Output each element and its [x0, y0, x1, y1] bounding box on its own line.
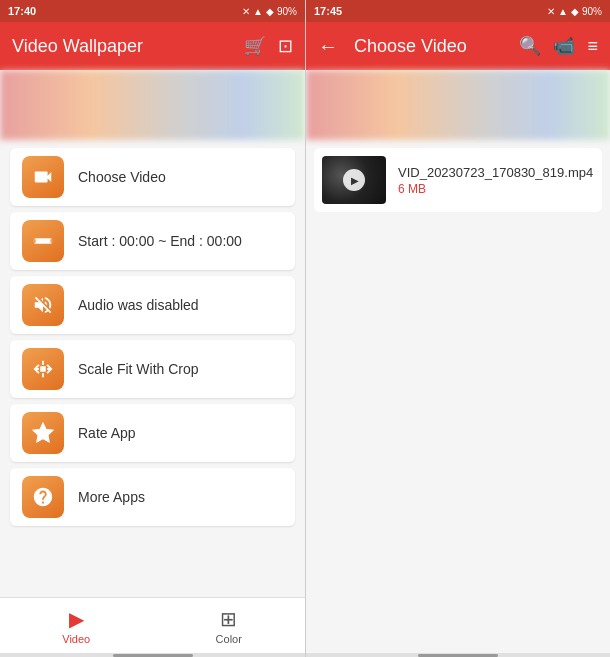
r-battery: 90%	[582, 6, 602, 17]
more-apps-icon-box	[22, 476, 64, 518]
battery-left: 90%	[277, 6, 297, 17]
r-wifi-icon: ▲	[558, 6, 568, 17]
svg-rect-0	[34, 238, 52, 244]
cart-icon[interactable]: 🛒	[244, 35, 266, 57]
left-status-bar: 17:40 ✕ ▲ ◆ 90%	[0, 0, 305, 22]
play-button-overlay: ▶	[343, 169, 365, 191]
right-ad-banner	[306, 70, 610, 140]
right-time: 17:45	[314, 5, 342, 17]
video-filter-icon[interactable]: 📹	[553, 35, 575, 57]
rate-app-label: Rate App	[78, 425, 136, 441]
menu-icon[interactable]: ≡	[587, 36, 598, 57]
left-time: 17:40	[8, 5, 36, 17]
screen-icon[interactable]: ⊡	[278, 35, 293, 57]
scale-fit-icon-box	[22, 348, 64, 390]
video-size: 6 MB	[398, 182, 593, 196]
video-list: ▶ VID_20230723_170830_819.mp4 6 MB	[306, 140, 610, 653]
color-nav-icon: ⊞	[220, 607, 237, 631]
choose-video-title: Choose Video	[354, 36, 511, 57]
audio-disabled-item[interactable]: Audio was disabled	[10, 276, 295, 334]
wifi-icon: ▲	[253, 6, 263, 17]
rate-app-item[interactable]: Rate App	[10, 404, 295, 462]
bottom-nav: ▶ Video ⊞ Color	[0, 597, 305, 653]
svg-rect-2	[50, 239, 52, 243]
choose-video-icon-box	[22, 156, 64, 198]
search-icon[interactable]: 🔍	[519, 35, 541, 57]
start-end-icon-box	[22, 220, 64, 262]
video-list-item[interactable]: ▶ VID_20230723_170830_819.mp4 6 MB	[314, 148, 602, 212]
menu-list: Choose Video Start : 00:00 ~ End : 00:00…	[0, 140, 305, 597]
star-icon	[32, 422, 54, 444]
right-toolbar-actions: 🔍 📹 ≡	[519, 35, 598, 57]
right-home-bar	[418, 654, 498, 657]
r-signal-icon: ✕	[547, 6, 555, 17]
left-status-icons: ✕ ▲ ◆ 90%	[242, 6, 297, 17]
start-end-item[interactable]: Start : 00:00 ~ End : 00:00	[10, 212, 295, 270]
choose-video-label: Choose Video	[78, 169, 166, 185]
rate-app-icon-box	[22, 412, 64, 454]
question-icon	[32, 486, 54, 508]
video-filename: VID_20230723_170830_819.mp4	[398, 165, 593, 180]
scale-fit-label: Scale Fit With Crop	[78, 361, 199, 377]
signal-icon: ✕	[242, 6, 250, 17]
toolbar-actions: 🛒 ⊡	[244, 35, 293, 57]
timeline-icon	[32, 230, 54, 252]
more-apps-label: More Apps	[78, 489, 145, 505]
video-info: VID_20230723_170830_819.mp4 6 MB	[398, 165, 593, 196]
audio-disabled-label: Audio was disabled	[78, 297, 199, 313]
play-triangle: ▶	[351, 175, 359, 186]
nav-color[interactable]: ⊞ Color	[153, 598, 306, 653]
left-home-indicator	[0, 653, 305, 657]
video-nav-label: Video	[62, 633, 90, 645]
right-panel: 17:45 ✕ ▲ ◆ 90% ← Choose Video 🔍 📹 ≡ ▶	[305, 0, 610, 657]
color-nav-label: Color	[216, 633, 242, 645]
crop-icon	[32, 358, 54, 380]
svg-rect-1	[34, 239, 36, 243]
audio-disabled-icon-box	[22, 284, 64, 326]
r-network-icon: ◆	[571, 6, 579, 17]
nav-video[interactable]: ▶ Video	[0, 598, 153, 653]
camera-icon	[32, 166, 54, 188]
right-toolbar: ← Choose Video 🔍 📹 ≡	[306, 22, 610, 70]
back-button[interactable]: ←	[318, 35, 338, 58]
start-end-label: Start : 00:00 ~ End : 00:00	[78, 233, 242, 249]
app-title: Video Wallpaper	[12, 36, 236, 57]
video-nav-icon: ▶	[69, 607, 84, 631]
choose-video-item[interactable]: Choose Video	[10, 148, 295, 206]
right-status-icons: ✕ ▲ ◆ 90%	[547, 6, 602, 17]
right-status-bar: 17:45 ✕ ▲ ◆ 90%	[306, 0, 610, 22]
more-apps-item[interactable]: More Apps	[10, 468, 295, 526]
ad-banner	[0, 70, 305, 140]
network-icon: ◆	[266, 6, 274, 17]
mute-icon	[32, 294, 54, 316]
left-panel: 17:40 ✕ ▲ ◆ 90% Video Wallpaper 🛒 ⊡ Choo…	[0, 0, 305, 657]
left-toolbar: Video Wallpaper 🛒 ⊡	[0, 22, 305, 70]
video-thumbnail: ▶	[322, 156, 386, 204]
scale-fit-item[interactable]: Scale Fit With Crop	[10, 340, 295, 398]
home-bar	[113, 654, 193, 657]
right-home-indicator	[306, 653, 610, 657]
